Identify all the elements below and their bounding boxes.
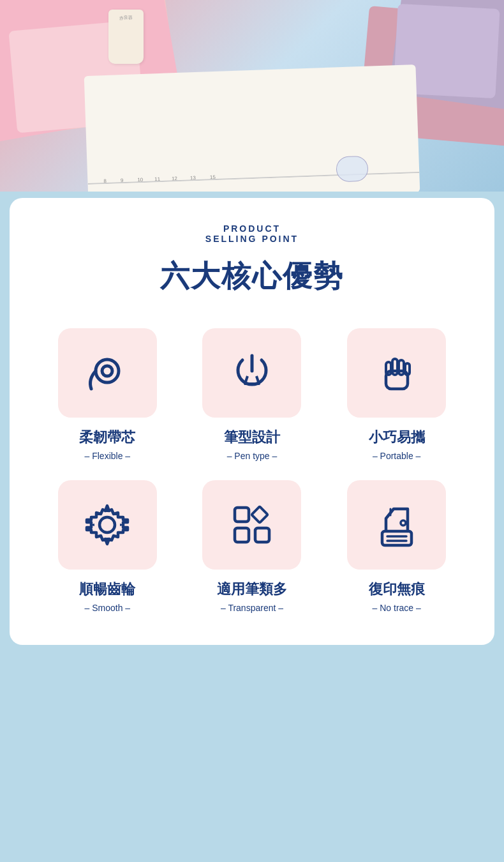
feature-title-en-portable: – Portable –: [373, 451, 421, 461]
pen-type-icon: [223, 344, 281, 402]
section-label-line2: SELLING POINT: [29, 234, 475, 244]
svg-rect-13: [382, 531, 411, 545]
feature-title-en-flexible: – Flexible –: [85, 451, 131, 461]
svg-rect-11: [235, 528, 249, 542]
icon-box-flexible: [58, 328, 157, 418]
section-label-line1: PRODUCT: [29, 223, 475, 234]
svg-rect-9: [235, 508, 249, 522]
svg-point-1: [102, 366, 112, 376]
feature-no-trace: 復印無痕 – No trace –: [330, 480, 463, 613]
icon-box-pen-type: [202, 328, 301, 418]
feature-smooth: 順暢齒輪 – Smooth –: [41, 480, 174, 613]
transparent-icon: [223, 496, 281, 554]
icon-box-portable: [347, 328, 446, 418]
svg-rect-6: [399, 360, 404, 375]
feature-title-zh-pen-type: 筆型設計: [224, 428, 280, 447]
flexible-icon: [78, 344, 136, 402]
features-grid: 柔韌帶芯 – Flexible – 筆型設計 – Pen type –: [29, 328, 475, 613]
svg-rect-12: [255, 528, 269, 542]
icon-box-no-trace: [347, 480, 446, 570]
svg-rect-10: [251, 506, 267, 522]
feature-title-en-transparent: – Transparent –: [221, 603, 283, 613]
feature-pen-type: 筆型設計 – Pen type –: [186, 328, 318, 461]
no-trace-icon: [368, 496, 426, 554]
feature-flexible: 柔韌帶芯 – Flexible –: [41, 328, 174, 461]
svg-point-0: [96, 359, 119, 382]
feature-portable: 小巧易攜 – Portable –: [330, 328, 463, 461]
portable-icon: [368, 344, 426, 402]
feature-title-en-smooth: – Smooth –: [85, 603, 131, 613]
feature-title-en-no-trace: – No trace –: [373, 603, 421, 613]
svg-point-8: [100, 517, 115, 533]
svg-point-17: [401, 520, 406, 526]
feature-transparent: 適用筆類多 – Transparent –: [186, 480, 318, 613]
feature-title-zh-flexible: 柔韌帶芯: [79, 428, 135, 447]
feature-title-en-pen-type: – Pen type –: [227, 451, 278, 461]
feature-title-zh-no-trace: 復印無痕: [369, 580, 425, 599]
feature-title-zh-transparent: 適用筆類多: [217, 580, 287, 599]
feature-title-zh-smooth: 順暢齒輪: [79, 580, 135, 599]
feature-title-zh-portable: 小巧易攜: [369, 428, 425, 447]
hero-image: 赤音器 8 9 10 11 12 13 15: [0, 0, 504, 192]
section-label: PRODUCT SELLING POINT: [29, 223, 475, 244]
icon-box-smooth: [58, 480, 157, 570]
icon-box-transparent: [202, 480, 301, 570]
main-title: 六大核心優勢: [29, 257, 475, 296]
smooth-icon: [78, 496, 136, 554]
main-content-card: PRODUCT SELLING POINT 六大核心優勢 柔韌帶芯 – Flex…: [10, 198, 494, 645]
